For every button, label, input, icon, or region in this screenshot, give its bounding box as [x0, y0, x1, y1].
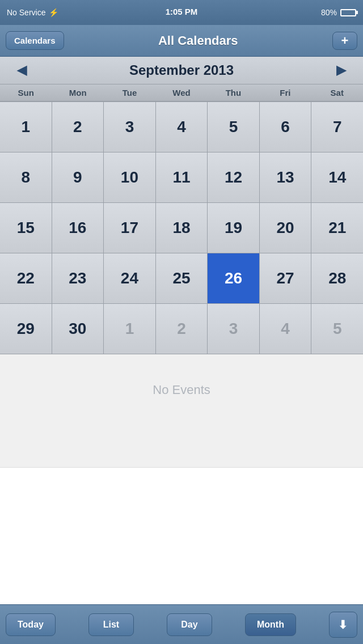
day-button[interactable]: Day — [167, 613, 212, 636]
table-row[interactable]: 4 — [260, 304, 311, 354]
day-mon: Mon — [52, 84, 103, 101]
status-bar: No Service ⚡ 1:05 PM 80% — [0, 0, 363, 25]
no-events-label: No Events — [153, 383, 210, 397]
table-row[interactable]: 1 — [0, 102, 52, 152]
table-row[interactable]: 30 — [52, 304, 104, 354]
nav-bar: Calendars All Calendars + — [0, 25, 363, 57]
table-row[interactable]: 1 — [104, 304, 155, 354]
table-row[interactable]: 13 — [260, 152, 311, 202]
month-title: September 2013 — [129, 62, 234, 78]
table-row[interactable]: 5 — [311, 304, 363, 354]
table-row[interactable]: 10 — [104, 152, 155, 202]
table-row[interactable]: 6 — [260, 102, 311, 152]
table-row[interactable]: 11 — [156, 152, 208, 202]
day-thu: Thu — [208, 84, 259, 101]
table-row[interactable]: 3 — [104, 102, 155, 152]
status-time: 1:05 PM — [166, 7, 198, 16]
table-row[interactable]: 8 — [0, 152, 52, 202]
add-event-button[interactable]: + — [332, 32, 357, 50]
today-cell[interactable]: 26 — [208, 253, 259, 303]
next-month-button[interactable]: ▶ — [331, 63, 352, 78]
day-tue: Tue — [104, 84, 155, 101]
table-row[interactable]: 16 — [52, 203, 104, 253]
table-row[interactable]: 4 — [156, 102, 208, 152]
table-row[interactable]: 5 — [208, 102, 259, 152]
table-row[interactable]: 24 — [104, 253, 155, 303]
table-row[interactable]: 9 — [52, 152, 104, 202]
today-button[interactable]: Today — [6, 613, 56, 636]
table-row[interactable]: 12 — [208, 152, 259, 202]
calendars-button[interactable]: Calendars — [6, 31, 64, 50]
wifi-icon: ⚡ — [49, 8, 58, 17]
month-nav: ◀ September 2013 ▶ — [0, 57, 363, 84]
download-button[interactable]: ⬇ — [329, 612, 357, 638]
table-row[interactable]: 27 — [260, 253, 311, 303]
table-row[interactable]: 20 — [260, 203, 311, 253]
month-button[interactable]: Month — [245, 613, 296, 636]
days-of-week: Sun Mon Tue Wed Thu Fri Sat — [0, 84, 363, 101]
battery-percent: 80% — [321, 8, 337, 17]
nav-title: All Calendars — [64, 33, 332, 48]
table-row[interactable]: 15 — [0, 203, 52, 253]
table-row[interactable]: 23 — [52, 253, 104, 303]
battery-icon — [340, 9, 356, 16]
main-content: ◀ September 2013 ▶ Sun Mon Tue Wed Thu F… — [0, 57, 363, 604]
table-row[interactable]: 21 — [311, 203, 363, 253]
events-area: No Events — [0, 354, 363, 468]
download-icon: ⬇ — [338, 618, 348, 632]
table-row[interactable]: 25 — [156, 253, 208, 303]
table-row[interactable]: 3 — [208, 304, 259, 354]
prev-month-button[interactable]: ◀ — [11, 63, 32, 78]
day-wed: Wed — [155, 84, 207, 101]
table-row[interactable]: 19 — [208, 203, 259, 253]
table-row[interactable]: 17 — [104, 203, 155, 253]
table-row[interactable]: 2 — [156, 304, 208, 354]
table-row[interactable]: 18 — [156, 203, 208, 253]
day-sun: Sun — [0, 84, 52, 101]
table-row[interactable]: 14 — [311, 152, 363, 202]
table-row[interactable]: 2 — [52, 102, 104, 152]
list-button[interactable]: List — [88, 613, 134, 636]
table-row[interactable]: 7 — [311, 102, 363, 152]
day-fri: Fri — [259, 84, 311, 101]
status-left: No Service ⚡ — [7, 8, 58, 17]
calendar-grid: 1 2 3 4 5 6 7 8 9 10 11 12 13 14 15 16 1… — [0, 102, 363, 354]
day-sat: Sat — [311, 84, 363, 101]
toolbar: Today List Day Month ⬇ — [0, 604, 363, 644]
calendar-header: ◀ September 2013 ▶ Sun Mon Tue Wed Thu F… — [0, 57, 363, 102]
signal-text: No Service — [7, 8, 45, 17]
table-row[interactable]: 29 — [0, 304, 52, 354]
table-row[interactable]: 28 — [311, 253, 363, 303]
status-right: 80% — [321, 8, 356, 17]
table-row[interactable]: 22 — [0, 253, 52, 303]
